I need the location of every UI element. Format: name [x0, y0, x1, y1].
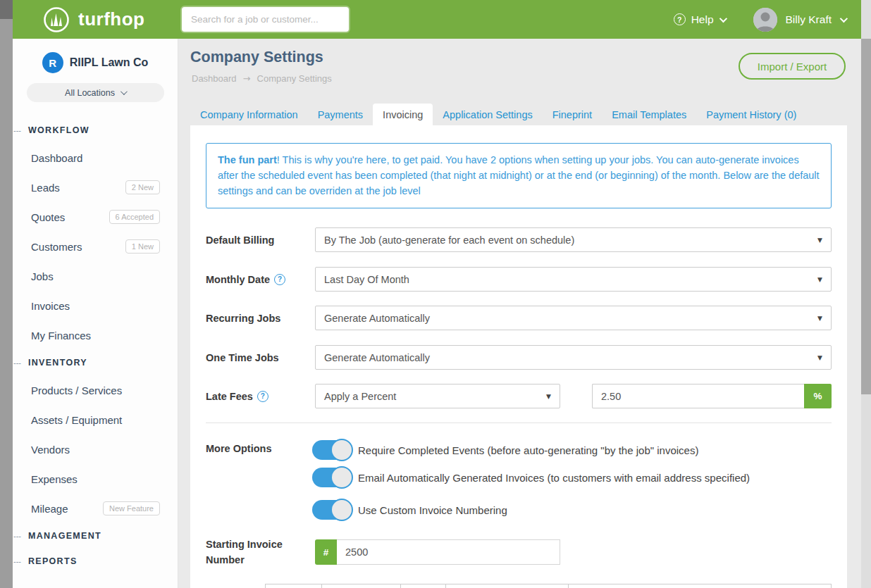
status-badge: 1 New: [125, 239, 160, 254]
tab-payment-history[interactable]: Payment History (0): [696, 104, 806, 125]
field-label: Default Billing: [206, 234, 274, 246]
next-row-peek: [265, 584, 832, 588]
help-label: Help: [691, 13, 714, 26]
user-menu[interactable]: Billy Kraft: [753, 8, 846, 32]
tab-invoicing[interactable]: Invoicing: [373, 104, 433, 125]
section-label: REPORTS: [28, 556, 78, 566]
sidebar-item-invoices[interactable]: Invoices: [13, 291, 178, 320]
more-options-label: More Options: [206, 443, 271, 454]
location-selector[interactable]: All Locations: [27, 83, 164, 102]
section-dashes-icon: ---: [13, 358, 21, 367]
recurring-jobs-select[interactable]: Generate Automatically ▼: [315, 306, 832, 330]
company-name: RIIPL Lawn Co: [70, 56, 149, 69]
breadcrumb-arrow-icon: →: [243, 73, 251, 84]
selected-value: Generate Automatically: [324, 313, 430, 324]
item-label: Leads: [31, 182, 60, 194]
dropdown-arrow-icon: ▼: [817, 237, 822, 244]
sidebar-section-management[interactable]: --- MANAGEMENT: [13, 523, 178, 549]
monthly-date-select[interactable]: Last Day Of Month ▼: [315, 267, 832, 292]
require-completed-toggle[interactable]: [312, 440, 350, 460]
toggle-row-require-completed: Require Completed Events (before auto-ge…: [312, 437, 698, 463]
sidebar-item-vendors[interactable]: Vendors: [13, 434, 178, 464]
chevron-down-icon: [840, 14, 848, 22]
late-fee-amount-input[interactable]: [592, 384, 804, 408]
email-invoices-toggle[interactable]: [312, 468, 350, 487]
right-scrollbar-thumb[interactable]: [861, 39, 871, 394]
section-label: WORKFLOW: [28, 125, 89, 135]
sidebar-item-assets-equipment[interactable]: Assets / Equipment: [13, 405, 178, 434]
info-callout-text: ! This is why you're here, to get paid. …: [218, 154, 820, 196]
field-label: Late Fees: [206, 391, 253, 402]
field-label: Monthly Date: [206, 274, 270, 285]
toggle-knob: [331, 466, 353, 489]
sidebar-nav: --- WORKFLOW Dashboard Leads 2 New Quote…: [13, 118, 178, 574]
one-time-jobs-select[interactable]: Generate Automatically ▼: [315, 345, 832, 370]
sidebar-section-reports[interactable]: --- REPORTS: [13, 549, 178, 574]
default-billing-select[interactable]: By The Job (auto-generate for each event…: [315, 227, 832, 252]
sidebar-item-customers[interactable]: Customers 1 New: [13, 232, 178, 261]
starting-invoice-number-input[interactable]: [337, 539, 560, 565]
tab-company-information[interactable]: Company Information: [190, 104, 308, 125]
tab-bar: Company Information Payments Invoicing A…: [190, 104, 806, 125]
section-dashes-icon: ---: [13, 532, 21, 540]
toggle-label: Email Automatically Generated Invoices (…: [358, 472, 750, 484]
percent-addon: %: [804, 384, 832, 408]
sidebar-item-my-finances[interactable]: My Finances: [13, 320, 178, 350]
help-icon: ?: [674, 13, 686, 25]
item-label: Jobs: [31, 270, 54, 282]
row-starting-invoice-number: Starting Invoice Number #: [206, 537, 560, 568]
sidebar-item-mileage[interactable]: Mileage New Feature: [13, 494, 178, 523]
help-icon[interactable]: ?: [274, 274, 285, 285]
toggle-label: Require Completed Events (before auto-ge…: [358, 444, 698, 456]
sidebar-item-leads[interactable]: Leads 2 New: [13, 173, 178, 202]
selected-value: By The Job (auto-generate for each event…: [324, 234, 574, 246]
info-callout-lead: The fun part: [218, 154, 277, 165]
user-name: Billy Kraft: [786, 13, 832, 26]
tab-email-templates[interactable]: Email Templates: [602, 104, 696, 125]
section-divider: [206, 423, 832, 423]
status-badge: 6 Accepted: [109, 210, 160, 224]
search-input[interactable]: [182, 7, 349, 32]
help-menu[interactable]: ? Help: [674, 13, 725, 26]
row-one-time-jobs: One Time Jobs Generate Automatically ▼: [206, 345, 832, 370]
brand-name: turfhop: [78, 8, 144, 30]
brand[interactable]: turfhop: [42, 0, 144, 39]
help-icon[interactable]: ?: [257, 391, 268, 402]
tab-application-settings[interactable]: Application Settings: [433, 104, 542, 125]
breadcrumb-current: Company Settings: [257, 73, 332, 84]
selected-value: Generate Automatically: [324, 352, 430, 363]
left-scrollbar[interactable]: [0, 0, 13, 588]
location-label: All Locations: [65, 88, 115, 98]
field-label: Recurring Jobs: [206, 313, 280, 324]
header-right-cluster: ? Help Billy Kraft: [674, 0, 846, 39]
sidebar-item-products-services[interactable]: Products / Services: [13, 375, 178, 405]
page-title: Company Settings: [190, 49, 323, 66]
late-fee-amount-group: %: [592, 384, 832, 408]
sidebar-item-dashboard[interactable]: Dashboard: [13, 143, 178, 173]
dropdown-arrow-icon: ▼: [546, 393, 551, 400]
item-label: Mileage: [31, 503, 68, 515]
sidebar-item-jobs[interactable]: Jobs: [13, 261, 178, 291]
section-label: MANAGEMENT: [28, 531, 101, 541]
custom-numbering-toggle[interactable]: [312, 500, 350, 520]
import-export-button[interactable]: Import / Export: [739, 53, 846, 80]
tab-payments[interactable]: Payments: [308, 104, 373, 125]
sidebar-item-quotes[interactable]: Quotes 6 Accepted: [13, 202, 178, 232]
invoicing-panel: The fun part! This is why you're here, t…: [190, 125, 847, 588]
item-label: Vendors: [31, 444, 70, 456]
section-label: INVENTORY: [28, 358, 87, 368]
top-header: turfhop ? Help Billy Kraft: [0, 0, 871, 39]
left-scrollbar-thumb[interactable]: [0, 0, 13, 19]
late-fees-select[interactable]: Apply a Percent ▼: [315, 384, 560, 408]
turfhop-logo-icon: [42, 6, 70, 34]
item-label: My Finances: [31, 330, 91, 342]
right-scrollbar[interactable]: [861, 0, 871, 588]
chevron-down-icon: [719, 14, 727, 22]
sidebar-section-inventory[interactable]: --- INVENTORY: [13, 350, 178, 375]
tab-fineprint[interactable]: Fineprint: [543, 104, 602, 125]
sidebar-item-expenses[interactable]: Expenses: [13, 464, 178, 494]
breadcrumb-dashboard[interactable]: Dashboard: [192, 73, 237, 84]
sidebar-section-workflow[interactable]: --- WORKFLOW: [13, 118, 178, 143]
selected-value: Last Day Of Month: [324, 274, 409, 285]
company-header: R RIIPL Lawn Co: [13, 39, 178, 73]
